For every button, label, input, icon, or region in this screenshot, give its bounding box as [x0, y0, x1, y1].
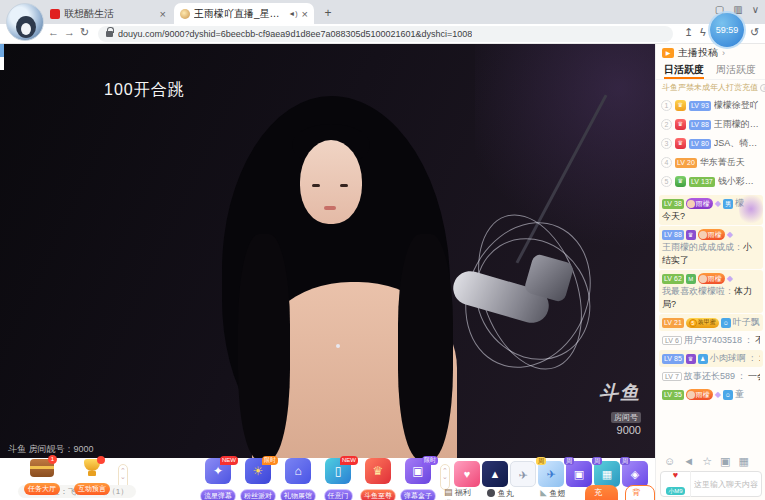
rank-row: 4 LV 20 华东菁岳天 [656, 153, 765, 172]
feature-gift-gallery[interactable]: ⌂ 礼物展馆 [278, 458, 318, 500]
prediction-button[interactable]: 互动预言 [70, 459, 114, 495]
audio-playing-icon[interactable]: ◄) [288, 10, 297, 17]
medal-icon: 男 [723, 199, 733, 209]
gift-thumbnail[interactable]: 周 ▦ [594, 461, 620, 487]
task-hall-label: 任务大厅 [24, 483, 60, 495]
new-tab-button[interactable]: + [320, 5, 336, 21]
grid-icon[interactable]: ▦ [738, 455, 748, 468]
coupon-icon: ▤ [444, 487, 453, 497]
weekly-badge: 周 [592, 457, 602, 465]
level-badge: LV 38 [662, 199, 684, 209]
chat-username: 叶子飘 [733, 316, 760, 329]
gift-plane-thumbnail[interactable]: 周 ✈ [538, 461, 564, 487]
rank-number: 2 [661, 119, 672, 130]
room-number: 9000 [599, 424, 641, 436]
panel-collapse-handle[interactable] [0, 44, 4, 70]
gift-thumbnail[interactable]: 周 ◈ [622, 461, 648, 487]
wallet-bar: ▤ 福利券› 鱼丸 1317 ◣ 鱼翅 4.7 充值 背包 [444, 485, 655, 500]
countdown-timer-badge[interactable]: 59:59 [710, 13, 744, 47]
reload-icon[interactable]: ↻ [80, 26, 89, 39]
new-badge: NEW [220, 456, 238, 465]
url-text[interactable]: douyu.com/9000?dyshid=6beecbb-cf9aea9d1d… [118, 29, 472, 39]
level-badge: LV 35 [662, 390, 684, 400]
star-icon[interactable]: ☆ [702, 455, 712, 468]
notification-dot [97, 456, 105, 464]
horn-icon[interactable]: ◄ [683, 455, 694, 468]
medal-icon: ☺ [721, 318, 731, 328]
gift-box-thumbnail[interactable]: 周 ▣ [566, 461, 592, 487]
feature-meteor-danmu[interactable]: ✦ NEW 流星弹幕 [198, 458, 238, 500]
weekly-badge: 周 [620, 457, 630, 465]
streamer-eye [340, 184, 348, 187]
douyu-logo: 斗鱼 [599, 380, 641, 406]
level-badge: LV 88 [662, 230, 684, 240]
level-badge: LV 21 [662, 318, 684, 328]
tab-lenovo[interactable]: 联想酷生活 × [44, 3, 172, 24]
level-badge: LV 62 [662, 274, 684, 284]
rank-username: JSA、犄角自 [714, 137, 761, 150]
emoji-icon[interactable]: ☺ [664, 455, 675, 468]
green-medal-icon: ♛ [675, 176, 686, 187]
diamond-icon: ◆ [715, 197, 721, 210]
yuchi-icon: ◣ [539, 489, 547, 498]
feature-any-door[interactable]: ▯ NEW 任意门 [318, 458, 358, 500]
prediction-label: 互动预言 [74, 483, 110, 495]
chat-username: 小肉球啊 [710, 352, 746, 365]
video-player[interactable]: 100开合跳 斗鱼 房间号 9000 斗鱼 房间靓号：9000 [0, 44, 655, 458]
streamer-posts-link[interactable]: ▶ 主播投稿 › [656, 44, 765, 62]
streamer-lips [324, 206, 336, 210]
rank-row: 5 ♛ LV 137 钱小彩彩彩 [656, 172, 765, 191]
medal-heart-icon: ♥ [661, 471, 690, 479]
gift-jet-thumbnail[interactable]: ✈ [510, 461, 536, 487]
feature-label: 斗鱼至尊 [360, 489, 396, 500]
chevron-down-icon[interactable]: ∨ [752, 4, 759, 15]
chat-message: LV 6 用户37403518：不是 [659, 332, 763, 349]
feature-danmu-box[interactable]: ▣ 限时 弹幕盒子 [398, 458, 438, 500]
lightning-extension-icon[interactable]: ϟ [700, 26, 706, 38]
notification-badge: 1 [48, 455, 57, 464]
chat-toolbar: ☺ ◄ ☆ ▣ ▦ [656, 453, 765, 470]
tab-daily-activity[interactable]: 日活跃度 [664, 62, 704, 79]
feature-douyu-supreme[interactable]: ♛ 斗鱼至尊 [358, 458, 398, 500]
bottom-panel: 1 任务大厅 互动预言 ✦ NEW 流星弹幕 ☀ 限时 粉丝派对 ⌂ 礼物展 [0, 458, 655, 500]
chat-message-list: LV 38 雨檬 ◆ 男 檬 今天? LV 88 ♛ 雨檬 ◆ 王 [656, 194, 765, 452]
forward-icon[interactable]: → [64, 26, 75, 38]
close-icon[interactable]: × [302, 8, 308, 20]
tab-weekly-activity[interactable]: 周活跃度 [716, 62, 756, 79]
tab-strip: 联想酷生活 × 王雨檬吖直播_星秀直播_斗鱼 ◄) × + ▢ ▥ ∨ [0, 0, 765, 24]
medal-name-badge: 小M9 [666, 487, 684, 495]
feature-fans-party[interactable]: ☀ 限时 粉丝派对 [238, 458, 278, 500]
coin-icon: 5 [689, 319, 697, 327]
tab-douyu-live[interactable]: 王雨檬吖直播_星秀直播_斗鱼 ◄) × [174, 3, 314, 24]
douyu-watermark: 斗鱼 房间号 9000 [599, 380, 641, 436]
close-icon[interactable]: × [160, 8, 166, 20]
yuchi-balance: ◣ 鱼翅 4.7 [539, 488, 578, 500]
chat-username: 王雨檬的成成成成 [662, 242, 734, 252]
streamer-face [300, 140, 362, 224]
gift-rocket-thumbnail[interactable]: ▲ [482, 461, 508, 487]
tab-groups-icon[interactable]: ▥ [733, 4, 742, 15]
info-icon[interactable]: i [760, 84, 765, 92]
back-icon[interactable]: ← [48, 26, 59, 38]
coupon-link[interactable]: ▤ 福利券› [444, 487, 480, 500]
chat-input-box[interactable]: ♥ 小M9 [660, 471, 762, 497]
task-hall-button[interactable]: 1 任务大厅 [20, 459, 64, 495]
recharge-button[interactable]: 充值 [585, 485, 619, 500]
fan-medal-selector[interactable]: ♥ 小M9 [661, 471, 691, 497]
gift-thumbnail[interactable]: ♥ [454, 461, 480, 487]
chat-text: 不是 [755, 334, 760, 347]
crown-icon: ♛ [686, 230, 696, 240]
weekly-badge: 周 [564, 457, 574, 465]
share-icon[interactable]: ↥ [684, 26, 693, 39]
chat-message: LV 62 M 雨檬 ◆ 我最喜欢檬檬啦：体力局? [659, 270, 763, 313]
profile-avatar[interactable] [6, 3, 44, 41]
backpack-button[interactable]: 背包 [625, 485, 655, 500]
chat-sidebar: ▶ 主播投稿 › 日活跃度 周活跃度 贵宾 斗鱼严禁未成年人打赏充值 i 1 ♛… [655, 44, 765, 500]
address-bar[interactable]: douyu.com/9000?dyshid=6beecbb-cf9aea9d1d… [98, 26, 673, 42]
chat-text-field[interactable] [691, 480, 761, 489]
card-icon[interactable]: ▣ [720, 455, 730, 468]
lock-icon [106, 31, 113, 37]
fan-badge: 雨檬 [698, 229, 725, 240]
sync-icon[interactable]: ↺ [750, 26, 759, 39]
browser-toolbar: ← → ↻ douyu.com/9000?dyshid=6beecbb-cf9a… [0, 24, 765, 44]
